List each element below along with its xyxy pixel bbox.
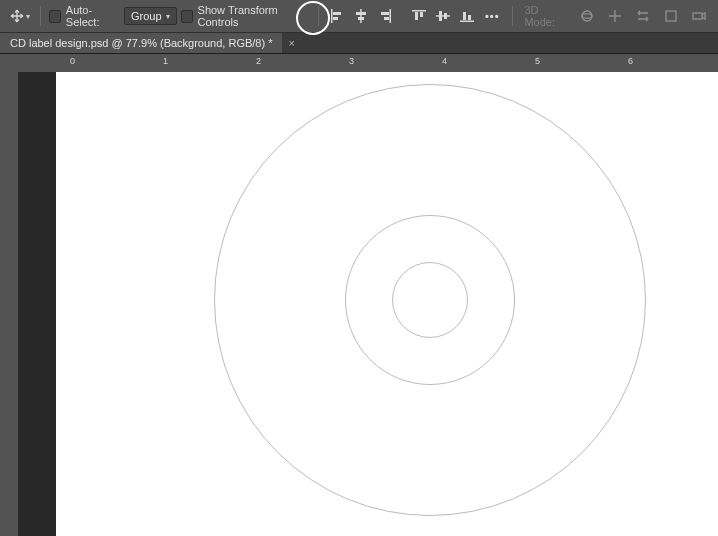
ruler-origin[interactable] <box>0 54 19 73</box>
separator <box>512 6 513 26</box>
slide-icon <box>635 8 651 24</box>
align-right-edges[interactable] <box>375 5 395 27</box>
3d-pan[interactable] <box>604 5 626 27</box>
checkbox-icon <box>181 10 193 23</box>
pasteboard <box>18 72 56 536</box>
svg-rect-20 <box>666 11 676 21</box>
ruler-tick: 6 <box>628 56 633 66</box>
svg-rect-9 <box>412 10 426 12</box>
document-tab[interactable]: CD label design.psd @ 77.9% (Background,… <box>0 33 282 53</box>
cd-inner-circle[interactable] <box>392 262 468 338</box>
pan-icon <box>607 8 623 24</box>
show-transform-controls-checkbox[interactable]: Show Transform Controls <box>181 4 311 28</box>
svg-rect-4 <box>356 12 366 15</box>
move-icon <box>10 9 24 23</box>
camera-icon <box>691 8 707 24</box>
separator <box>318 6 319 26</box>
svg-rect-15 <box>460 21 474 23</box>
svg-rect-0 <box>331 9 333 23</box>
align-left-edges[interactable] <box>327 5 347 27</box>
3d-orbit[interactable] <box>576 5 598 27</box>
chevron-down-icon: ▾ <box>166 12 170 21</box>
auto-select-label: Auto-Select: <box>66 4 120 28</box>
align-top-edges[interactable] <box>409 5 429 27</box>
options-bar: ▾ Auto-Select: Group ▾ Show Transform Co… <box>0 0 718 33</box>
align-horizontal-centers[interactable] <box>351 5 371 27</box>
canvas-pane[interactable] <box>18 72 718 536</box>
more-options[interactable]: ••• <box>481 10 504 22</box>
ruler-tick: 5 <box>535 56 540 66</box>
svg-rect-10 <box>415 12 418 20</box>
align-vcenter-icon <box>435 8 451 24</box>
svg-point-19 <box>582 14 592 18</box>
document-tabs: CD label design.psd @ 77.9% (Background,… <box>0 33 718 54</box>
svg-rect-2 <box>333 17 338 20</box>
3d-slide[interactable] <box>632 5 654 27</box>
document-tab-title: CD label design.psd @ 77.9% (Background,… <box>10 37 272 49</box>
align-vertical-centers[interactable] <box>433 5 453 27</box>
document-canvas[interactable] <box>56 72 718 536</box>
svg-rect-11 <box>420 12 423 17</box>
align-hcenter-icon <box>353 8 369 24</box>
ruler-tick: 3 <box>349 56 354 66</box>
svg-rect-3 <box>360 9 362 23</box>
align-bottom-icon <box>459 8 475 24</box>
separator <box>40 6 41 26</box>
ruler-tick: 1 <box>163 56 168 66</box>
svg-rect-6 <box>390 9 392 23</box>
svg-rect-1 <box>333 12 341 15</box>
svg-rect-7 <box>381 12 389 15</box>
orbit-icon <box>579 8 595 24</box>
3d-camera[interactable] <box>688 5 710 27</box>
align-top-icon <box>411 8 427 24</box>
close-tab-button[interactable]: × <box>282 37 300 49</box>
svg-rect-21 <box>693 13 702 19</box>
checkbox-icon <box>49 10 61 23</box>
svg-rect-13 <box>439 11 442 21</box>
chevron-down-icon: ▾ <box>26 12 30 21</box>
vertical-ruler[interactable] <box>0 72 19 536</box>
svg-point-18 <box>582 11 592 21</box>
align-bottom-edges[interactable] <box>457 5 477 27</box>
move-tool-indicator[interactable]: ▾ <box>8 9 32 23</box>
ruler-tick: 2 <box>256 56 261 66</box>
align-right-icon <box>377 8 393 24</box>
svg-rect-12 <box>436 15 450 17</box>
workspace: 0 1 2 3 4 5 6 <box>0 54 718 536</box>
3d-scale[interactable] <box>660 5 682 27</box>
svg-rect-16 <box>463 12 466 20</box>
scale-icon <box>663 8 679 24</box>
svg-rect-5 <box>358 17 364 20</box>
show-transform-label: Show Transform Controls <box>198 4 311 28</box>
ruler-tick: 0 <box>70 56 75 66</box>
dropdown-value: Group <box>131 10 162 22</box>
svg-rect-17 <box>468 15 471 20</box>
auto-select-target-dropdown[interactable]: Group ▾ <box>124 7 177 25</box>
mode-3d-label: 3D Mode: <box>520 4 572 28</box>
svg-rect-8 <box>384 17 389 20</box>
auto-select-checkbox[interactable]: Auto-Select: <box>49 4 120 28</box>
align-left-icon <box>329 8 345 24</box>
ruler-tick: 4 <box>442 56 447 66</box>
svg-rect-14 <box>444 13 447 19</box>
horizontal-ruler[interactable]: 0 1 2 3 4 5 6 <box>18 54 718 73</box>
3d-tools-group <box>576 5 710 27</box>
